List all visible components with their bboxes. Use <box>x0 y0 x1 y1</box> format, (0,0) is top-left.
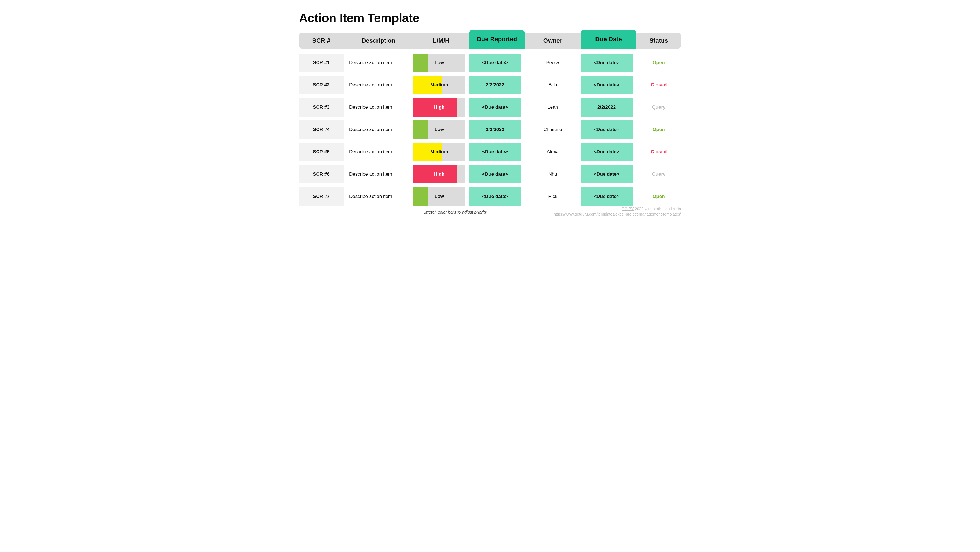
header-due-reported: Due Reported <box>469 30 525 49</box>
table-row: SCR #2Describe action itemMedium2/2/2022… <box>299 76 681 94</box>
table-body: SCR #1Describe action itemLow<Due date>B… <box>299 54 681 206</box>
table-row: SCR #4Describe action itemLow2/2/2022Chr… <box>299 121 681 139</box>
cell-due-reported: <Due date> <box>469 143 521 161</box>
cell-due-reported: 2/2/2022 <box>469 76 521 94</box>
cell-description: Describe action item <box>344 98 413 116</box>
cell-scr: SCR #5 <box>299 143 344 161</box>
cell-owner: Christine <box>525 121 581 139</box>
cell-scr: SCR #4 <box>299 121 344 139</box>
cell-due-date: <Due date> <box>581 121 633 139</box>
license-rest: 2022 with attribution link to <box>634 207 681 211</box>
cell-due-reported: <Due date> <box>469 187 521 206</box>
cell-owner: Bob <box>525 76 581 94</box>
header-description: Description <box>344 33 413 49</box>
header-lmh: L/M/H <box>413 33 469 49</box>
cell-due-date: <Due date> <box>581 143 633 161</box>
cell-owner: Nhu <box>525 165 581 183</box>
cell-status: Query <box>636 98 681 116</box>
cell-priority[interactable]: Medium <box>413 76 465 94</box>
priority-bar[interactable] <box>413 121 428 139</box>
priority-label: Low <box>434 194 444 199</box>
cell-description: Describe action item <box>344 165 413 183</box>
priority-label: High <box>434 105 445 110</box>
priority-bar[interactable] <box>413 54 428 72</box>
cell-owner: Alexa <box>525 143 581 161</box>
attribution: CC-BY 2022 with attribution link to http… <box>554 206 681 217</box>
priority-label: Low <box>434 127 444 132</box>
priority-hint: Stretch color bars to adjust priority <box>413 210 497 215</box>
cell-scr: SCR #1 <box>299 54 344 72</box>
license-label: CC-BY <box>622 207 634 211</box>
table-row: SCR #6Describe action itemHigh<Due date>… <box>299 165 681 183</box>
cell-priority[interactable]: High <box>413 165 465 183</box>
cell-description: Describe action item <box>344 187 413 206</box>
cell-owner: Rick <box>525 187 581 206</box>
cell-scr: SCR #7 <box>299 187 344 206</box>
cell-due-date: <Due date> <box>581 76 633 94</box>
cell-scr: SCR #2 <box>299 76 344 94</box>
header-status: Status <box>636 33 681 49</box>
priority-label: Medium <box>430 82 448 88</box>
cell-priority[interactable]: Low <box>413 187 465 206</box>
cell-status: Open <box>636 121 681 139</box>
cell-status: Query <box>636 165 681 183</box>
priority-label: Medium <box>430 149 448 155</box>
cell-description: Describe action item <box>344 76 413 94</box>
cell-due-reported: <Due date> <box>469 98 521 116</box>
page: Action Item Template SCR # Description L… <box>286 0 694 220</box>
table-row: SCR #7Describe action itemLow<Due date>R… <box>299 187 681 206</box>
priority-label: Low <box>434 60 444 65</box>
cell-due-date: <Due date> <box>581 187 633 206</box>
attribution-link[interactable]: https://www.getguru.com/templates/excel-… <box>554 212 681 217</box>
cell-due-date: <Due date> <box>581 54 633 72</box>
cell-owner: Leah <box>525 98 581 116</box>
cell-status: Open <box>636 187 681 206</box>
priority-label: High <box>434 172 445 177</box>
page-title: Action Item Template <box>299 11 681 25</box>
cell-due-reported: <Due date> <box>469 54 521 72</box>
cell-description: Describe action item <box>344 143 413 161</box>
cell-scr: SCR #3 <box>299 98 344 116</box>
cell-scr: SCR #6 <box>299 165 344 183</box>
cell-status: Open <box>636 54 681 72</box>
cell-priority[interactable]: High <box>413 98 465 116</box>
header-scr: SCR # <box>299 33 344 49</box>
cell-description: Describe action item <box>344 121 413 139</box>
cell-due-reported: <Due date> <box>469 165 521 183</box>
cell-owner: Becca <box>525 54 581 72</box>
cell-status: Closed <box>636 76 681 94</box>
cell-due-date: 2/2/2022 <box>581 98 633 116</box>
table-header: SCR # Description L/M/H Due Reported Own… <box>299 33 681 49</box>
table-row: SCR #5Describe action itemMedium<Due dat… <box>299 143 681 161</box>
cell-priority[interactable]: Low <box>413 121 465 139</box>
cell-due-date: <Due date> <box>581 165 633 183</box>
cell-due-reported: 2/2/2022 <box>469 121 521 139</box>
table-row: SCR #3Describe action itemHigh<Due date>… <box>299 98 681 116</box>
cell-priority[interactable]: Medium <box>413 143 465 161</box>
cell-status: Closed <box>636 143 681 161</box>
header-owner: Owner <box>525 33 581 49</box>
header-due-date: Due Date <box>581 30 636 49</box>
cell-priority[interactable]: Low <box>413 54 465 72</box>
cell-description: Describe action item <box>344 54 413 72</box>
priority-bar[interactable] <box>413 187 428 206</box>
table-row: SCR #1Describe action itemLow<Due date>B… <box>299 54 681 72</box>
